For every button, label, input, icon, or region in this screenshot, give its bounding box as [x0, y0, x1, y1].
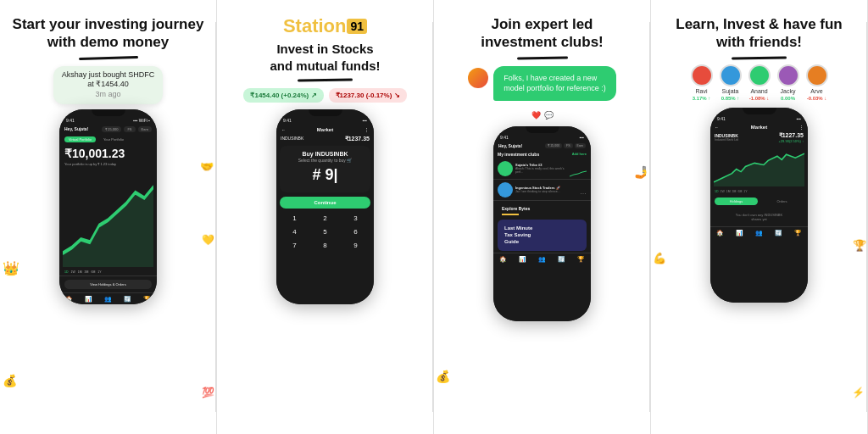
clubs-title: My investment clubs: [498, 152, 539, 157]
nav-transfer[interactable]: 🔄: [124, 296, 131, 303]
station-logo: Station 91: [283, 15, 367, 37]
bottom-nav-3: 🏠 📊 👥 🔄 🏆: [493, 253, 591, 264]
nav3-home[interactable]: 🏠: [499, 256, 507, 263]
num-9[interactable]: 9: [341, 239, 370, 252]
buy-title: Buy INDUSINBK: [283, 151, 367, 157]
bottom-nav: 🏠 📊 👥 🔄 🏆: [59, 292, 157, 304]
friend-name-ravi: Ravi: [695, 88, 707, 94]
chips-row: ₹25,000 FS Earn: [102, 126, 152, 132]
trophy-emoji: 🏆: [853, 239, 866, 252]
t4-3m[interactable]: 3M: [732, 190, 737, 193]
t4-1d[interactable]: 1D: [715, 190, 718, 193]
panel3-heading: Join expert ledinvestment clubs!: [481, 15, 604, 52]
chat-reactions: ❤️💬: [531, 111, 554, 120]
money-emoji-3: 💰: [436, 370, 450, 383]
panel-invest: Station 91 Invest in Stocksand mutual fu…: [217, 0, 434, 434]
nav3-chart[interactable]: 📊: [519, 256, 526, 263]
hundred-emoji: 💯: [202, 387, 214, 398]
phone-mockup-4: 9:41▪▪▪ ← Market ⋮ INDUSINBK Indusind Ba…: [710, 108, 808, 303]
phone-header: Hey, Sujata! ₹25,000 FS Earn: [59, 125, 157, 134]
friend-return-arve: -0.03% ↓: [807, 96, 827, 101]
club-msg-2: Jai: I am thinking to stop silence...: [515, 190, 560, 194]
num-8[interactable]: 8: [310, 239, 340, 252]
nav4-groups[interactable]: 👥: [755, 230, 763, 236]
friend-return-ravi: 3.17% ↑: [693, 96, 711, 101]
portfolio-tabs: Virtual Portfolio Your Portfolio: [59, 134, 157, 145]
crown-emoji: 👑: [3, 260, 19, 276]
selfie-emoji: 🤳: [634, 165, 648, 179]
price-bubbles: ₹1454.40 (+0.24%) ↗ ₹1237.30 (-0.17%) ↘: [243, 88, 406, 103]
phone2-header: ← Market ⋮: [276, 125, 374, 135]
phone3-header: Hey, Sujata! ₹25,000 FS Earn: [493, 142, 591, 150]
add-club-btn[interactable]: Add here: [572, 152, 587, 157]
status-bar-2: 9:41▪▪▪: [276, 116, 374, 125]
bytes-title: Explore Bytes: [498, 203, 587, 214]
time-tabs: 1D 1W 1M 3M 6M 1Y: [59, 269, 157, 275]
club-item-2[interactable]: Ingenious Stock Traders 🚀 Jai: I am thin…: [493, 180, 591, 201]
num-2[interactable]: 2: [310, 212, 340, 225]
svg-marker-0: [63, 186, 153, 266]
nav-chart[interactable]: 📊: [85, 296, 92, 303]
time-6m[interactable]: 6M: [91, 270, 95, 274]
nav4-transfer[interactable]: 🔄: [775, 230, 782, 236]
portfolio-change: Your portfolio is up by ₹1.23 today: [59, 162, 157, 169]
t4-6m[interactable]: 6M: [737, 190, 742, 193]
handshake-emoji: 🤝: [200, 160, 214, 173]
portfolio-chart: [59, 169, 157, 269]
num-3[interactable]: 3: [341, 212, 370, 225]
phone-notch-4: [743, 108, 776, 114]
t4-1m[interactable]: 1M: [726, 190, 731, 193]
nav4-chart[interactable]: 📊: [736, 230, 743, 236]
club-avatar-2: [498, 182, 513, 198]
club-msg-1: Akash: This is really cool, this week's …: [515, 167, 567, 175]
numpad: 1 2 3 4 5 6 7 8 9: [276, 210, 374, 253]
action-tabs-4: Holdings Orders: [710, 195, 808, 208]
nav-trophy[interactable]: 🏆: [143, 296, 151, 303]
virtual-portfolio-tab[interactable]: Virtual Portfolio: [64, 136, 96, 142]
nav3-trophy[interactable]: 🏆: [577, 256, 585, 263]
view-holdings-btn[interactable]: View Holdings & Orders: [64, 280, 152, 289]
time-1m[interactable]: 1M: [78, 270, 82, 274]
time-1w[interactable]: 1W: [70, 270, 75, 274]
tax-card[interactable]: Last MinuteTax SavingGuide: [498, 220, 587, 251]
club-item-1[interactable]: Sujata's Tribe #3 Akash: This is really …: [493, 159, 591, 180]
orders-tab[interactable]: Orders: [760, 198, 804, 205]
nav4-home[interactable]: 🏠: [716, 230, 724, 236]
no-shares-msg: You don't own any INDUSINBKshares yet: [710, 208, 808, 226]
stock-name-2: INDUSINBK: [281, 136, 303, 142]
time-3m[interactable]: 3M: [85, 270, 89, 274]
time-1d[interactable]: 1D: [64, 270, 68, 274]
nav3-groups[interactable]: 👥: [538, 256, 546, 263]
nav-home[interactable]: 🏠: [65, 296, 73, 303]
stock-chart-4: [710, 146, 808, 188]
t4-1w[interactable]: 1W: [720, 190, 724, 193]
buy-subtitle: Select the quantity to buy 🛒: [283, 158, 367, 163]
num-5[interactable]: 5: [310, 225, 340, 238]
t4-1y[interactable]: 1Y: [743, 190, 747, 193]
station-text: Station: [283, 15, 347, 37]
num-4[interactable]: 4: [280, 225, 309, 238]
stock-change-4: +29.90(2.50%) ↑: [779, 139, 804, 143]
nav-groups[interactable]: 👥: [104, 296, 112, 303]
friend-jacky: Jacky 0.00%: [777, 64, 799, 101]
nav4-trophy[interactable]: 🏆: [794, 230, 802, 236]
friend-return-jacky: 0.00%: [781, 96, 795, 101]
money-bag-emoji: 💰: [3, 374, 17, 387]
num-6[interactable]: 6: [341, 225, 370, 238]
yellow-heart-emoji: 💛: [202, 234, 214, 246]
continue-button[interactable]: Continue: [280, 197, 370, 209]
phone-mockup-3: 9:41▪▪▪ Hey, Sujata! ₹25,000 FS Earn My …: [493, 126, 591, 321]
panel2-heading: Invest in Stocksand mutual funds!: [270, 41, 381, 74]
holdings-tab[interactable]: Holdings: [715, 198, 758, 205]
earn-chip: Earn: [138, 126, 152, 132]
friend-return-anand: -1.08% ↓: [749, 96, 770, 101]
chat-bubble: Folks, I have created a newmodel portfol…: [493, 66, 616, 101]
nav3-transfer[interactable]: 🔄: [558, 256, 565, 263]
num-7[interactable]: 7: [280, 239, 309, 252]
panel-demo-money: Start your investing journeywith demo mo…: [0, 0, 217, 434]
portfolio-value: ₹10,001.23: [59, 145, 157, 162]
num-1[interactable]: 1: [280, 212, 309, 225]
your-portfolio-tab[interactable]: Your Portfolio: [99, 136, 128, 142]
phone-notch: [92, 109, 125, 116]
time-1y[interactable]: 1Y: [97, 270, 101, 274]
